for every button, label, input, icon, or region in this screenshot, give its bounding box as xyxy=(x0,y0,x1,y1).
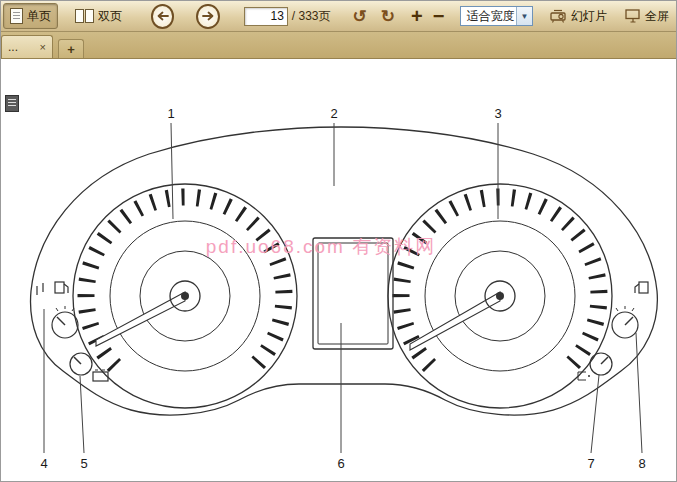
rotate-right-button[interactable]: ↻ xyxy=(381,8,395,25)
monitor-icon xyxy=(625,9,641,23)
pdf-reader-window: 单页 双页 / 333页 ↺ ↻ + − 适合宽度 ▼ xyxy=(0,0,677,482)
tab-title: ... xyxy=(8,40,18,54)
new-tab-button[interactable]: + xyxy=(58,39,84,58)
callout-8: 8 xyxy=(638,456,645,471)
slideshow-button[interactable]: 幻灯片 xyxy=(543,3,614,29)
close-icon[interactable]: × xyxy=(40,41,46,53)
single-page-button[interactable]: 单页 xyxy=(3,3,58,29)
page-number-input[interactable] xyxy=(244,7,288,26)
watermark-text: pdf.uo68.com 有资料网 xyxy=(206,236,436,257)
zoom-in-button[interactable]: + xyxy=(411,6,423,26)
callout-lines xyxy=(44,123,642,453)
double-page-label: 双页 xyxy=(98,8,122,25)
slideshow-label: 幻灯片 xyxy=(571,8,607,25)
double-page-icon xyxy=(75,9,94,23)
zoom-mode-dropdown[interactable]: 适合宽度 ▼ xyxy=(460,6,533,26)
main-toolbar: 单页 双页 / 333页 ↺ ↻ + − 适合宽度 ▼ xyxy=(1,1,676,32)
double-page-button[interactable]: 双页 xyxy=(68,3,129,29)
single-page-label: 单页 xyxy=(27,8,51,25)
next-page-button[interactable] xyxy=(196,4,219,29)
callout-5: 5 xyxy=(80,456,87,471)
rotate-left-button[interactable]: ↺ xyxy=(353,8,367,25)
previous-page-button[interactable] xyxy=(151,4,174,29)
left-gauge xyxy=(73,184,297,408)
tab-bar: ... × + xyxy=(1,32,676,59)
page-total-label: / 333页 xyxy=(292,8,331,25)
fullscreen-label: 全屏 xyxy=(645,8,669,25)
arrow-right-icon xyxy=(202,11,215,21)
callout-4: 4 xyxy=(40,456,47,471)
chevron-down-icon: ▼ xyxy=(516,7,532,25)
single-page-icon xyxy=(10,8,23,24)
zoom-out-button[interactable]: − xyxy=(433,6,445,26)
callout-6: 6 xyxy=(337,456,344,471)
callout-3: 3 xyxy=(494,106,501,121)
cluster-outline xyxy=(31,127,658,415)
projector-icon xyxy=(550,9,567,23)
callout-2: 2 xyxy=(330,106,337,121)
fullscreen-button[interactable]: 全屏 xyxy=(618,3,676,29)
callout-7: 7 xyxy=(587,456,594,471)
callout-1: 1 xyxy=(167,106,174,121)
tab-document[interactable]: ... × xyxy=(1,35,53,58)
zoom-mode-label: 适合宽度 xyxy=(466,8,514,25)
arrow-left-icon xyxy=(156,11,169,21)
document-page: 1 2 3 4 5 6 7 8 pdf.uo68.com 有资料网 xyxy=(1,59,676,481)
instrument-cluster-diagram: 1 2 3 4 5 6 7 8 pdf.uo68.com 有资料网 xyxy=(1,86,677,482)
